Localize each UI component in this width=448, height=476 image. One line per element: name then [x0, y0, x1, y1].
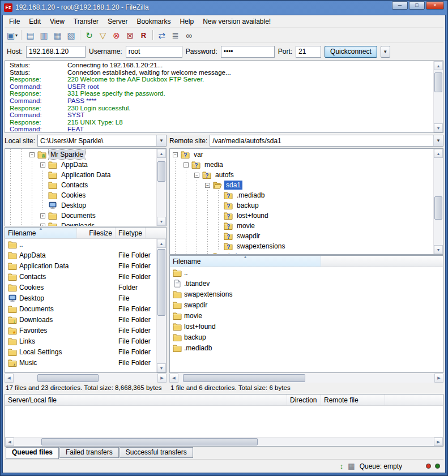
scroll-right-icon[interactable]: ▶ [157, 374, 167, 383]
minimize-button[interactable]: ─ [392, 1, 408, 10]
remote-file-row-swapdir[interactable]: swapdir [170, 299, 443, 310]
remote-tree-item-swapextensions[interactable]: ?swapextensions [170, 241, 433, 251]
local-tree-item-mr-sparkle[interactable]: −Mr Sparkle [5, 149, 156, 160]
scroll-thumb[interactable] [157, 161, 165, 181]
remote-file-row-titandev[interactable]: .titandev [170, 278, 443, 289]
collapse-icon[interactable]: − [184, 162, 189, 168]
tab-failed-transfers[interactable]: Failed transfers [59, 447, 119, 458]
menu-view[interactable]: View [45, 15, 69, 28]
refresh-button[interactable]: ↻ [83, 29, 96, 42]
menu-file[interactable]: File [5, 15, 24, 28]
local-file-row-documents[interactable]: DocumentsFile Folder [5, 303, 156, 314]
scroll-right-icon[interactable]: ▶ [434, 374, 443, 383]
collapse-icon[interactable]: − [194, 173, 199, 178]
scroll-up-icon[interactable]: ▲ [157, 149, 166, 158]
speed-limits-icon[interactable]: ↕ [340, 462, 344, 470]
remote-site-combo[interactable]: /var/media/autofs/sda1 ▼ [210, 135, 443, 147]
scroll-left-icon[interactable]: ◀ [5, 374, 14, 383]
combo-dropdown-icon[interactable]: ▼ [156, 135, 166, 146]
local-file-row-local-settings[interactable]: Local SettingsFile Folder [5, 346, 156, 357]
scroll-down-icon[interactable]: ▼ [434, 245, 443, 254]
password-input[interactable] [221, 46, 275, 58]
column-header-filename[interactable]: Filename▴ [5, 228, 77, 238]
local-tree-item-cookies[interactable]: Cookies [5, 190, 156, 200]
combo-dropdown-icon[interactable]: ▼ [433, 135, 443, 146]
column-header-direction[interactable]: Direction [287, 394, 321, 405]
scroll-right-icon[interactable]: ▶ [434, 438, 443, 446]
local-file-row-links[interactable]: LinksFile Folder [5, 336, 156, 346]
scroll-up-icon[interactable]: ▲ [434, 61, 443, 70]
scroll-thumb[interactable] [41, 438, 258, 445]
column-header-filesize[interactable]: Filesize [77, 228, 116, 238]
scroll-up-icon[interactable]: ▲ [157, 239, 166, 248]
column-header-filetype[interactable]: Filetype [116, 228, 146, 238]
local-tree-item-appdata[interactable]: +AppData [5, 160, 156, 170]
scroll-thumb[interactable] [183, 374, 305, 382]
toggle-remote-tree-button[interactable]: ▦ [51, 29, 64, 42]
synchronized-browsing-button[interactable]: ≣ [169, 29, 182, 42]
local-file-row-favorites[interactable]: ★FavoritesFile Folder [5, 325, 156, 336]
scroll-left-icon[interactable]: ◀ [169, 374, 178, 383]
remote-file-row-mediadb[interactable]: .mediadb [170, 342, 443, 353]
site-manager-button[interactable]: ▣▾ [6, 29, 19, 42]
toggle-message-log-button[interactable]: ▤ [24, 29, 37, 42]
menu-transfer[interactable]: Transfer [69, 15, 103, 28]
local-file-row-application-data[interactable]: Application DataFile Folder [5, 260, 156, 271]
menu-bookmarks[interactable]: Bookmarks [132, 15, 175, 28]
scroll-down-icon[interactable]: ▼ [157, 217, 166, 226]
remote-tree-item-sda1[interactable]: −sda1 [170, 180, 433, 190]
scroll-left-icon[interactable]: ◀ [5, 438, 14, 446]
tab-successful-transfers[interactable]: Successful transfers [120, 447, 193, 458]
local-tree-item-application-data[interactable]: Application Data [5, 170, 156, 180]
quickconnect-button[interactable]: Quickconnect [325, 46, 377, 58]
local-file-row-cookies[interactable]: CookiesFolder [5, 282, 156, 293]
host-input[interactable] [26, 46, 86, 58]
find-files-button[interactable]: ∞ [182, 29, 195, 42]
toggle-queue-view-button[interactable]: ▧ [65, 29, 78, 42]
toggle-local-tree-button[interactable]: ▥ [37, 29, 50, 42]
remote-tree-item-var[interactable]: −?var [170, 149, 433, 160]
remote-tree-item-backup[interactable]: ?backup [170, 200, 433, 211]
local-file-row-desktop[interactable]: DesktopFile [5, 293, 156, 303]
tab-queued-files[interactable]: Queued files [6, 447, 59, 459]
remote-tree-item-media[interactable]: −?media [170, 160, 433, 170]
local-file-row-[interactable]: .. [5, 239, 156, 250]
remote-tree-item-autofs[interactable]: −?autofs [170, 170, 433, 180]
cancel-button[interactable]: ⊗ [110, 29, 123, 42]
local-tree-item-desktop[interactable]: Desktop [5, 200, 156, 211]
scroll-thumb[interactable] [157, 249, 165, 316]
remote-tree-item-mediadb[interactable]: ?.mediadb [170, 190, 433, 200]
disconnect-button[interactable]: ⊠ [123, 29, 136, 42]
column-header-server-local-file[interactable]: Server/Local file [5, 394, 287, 405]
remote-tree-item-dvd[interactable]: ?dvd [170, 251, 433, 254]
local-file-row-music[interactable]: ♪MusicFile Folder [5, 357, 156, 368]
local-file-row-contacts[interactable]: ContactsFile Folder [5, 271, 156, 282]
local-tree-item-documents[interactable]: +Documents [5, 211, 156, 221]
scroll-down-icon[interactable]: ▼ [434, 123, 443, 132]
quickconnect-dropdown-button[interactable]: ▼ [381, 46, 390, 58]
column-header-remote-file[interactable]: Remote file [321, 394, 385, 405]
local-file-row-appdata[interactable]: AppDataFile Folder [5, 250, 156, 260]
expand-icon[interactable]: + [40, 162, 45, 168]
menu-edit[interactable]: Edit [24, 15, 45, 28]
menu-help[interactable]: Help [175, 15, 198, 28]
scroll-thumb[interactable] [37, 374, 99, 382]
collapse-icon[interactable]: − [29, 152, 35, 157]
scroll-up-icon[interactable]: ▲ [434, 149, 443, 158]
collapse-icon[interactable]: − [205, 183, 210, 188]
local-site-combo[interactable]: C:\Users\Mr Sparkle\ ▼ [37, 135, 167, 147]
collapse-icon[interactable]: − [173, 152, 178, 157]
remote-file-row-[interactable]: .. [170, 267, 443, 278]
local-tree-item-downloads[interactable]: +Downloads [5, 221, 156, 226]
remote-tree-item-movie[interactable]: ?movie [170, 221, 433, 231]
port-input[interactable] [296, 46, 321, 58]
expand-icon[interactable]: + [40, 224, 45, 226]
expand-icon[interactable]: + [40, 213, 45, 218]
scroll-thumb[interactable] [434, 196, 442, 220]
remote-file-row-movie[interactable]: movie [170, 310, 443, 321]
close-button[interactable]: × [426, 1, 444, 10]
maximize-button[interactable]: □ [409, 1, 425, 10]
remote-file-row-lost-found[interactable]: lost+found [170, 321, 443, 332]
scroll-thumb[interactable] [434, 72, 442, 93]
remote-tree-item-swapdir[interactable]: ?swapdir [170, 231, 433, 241]
